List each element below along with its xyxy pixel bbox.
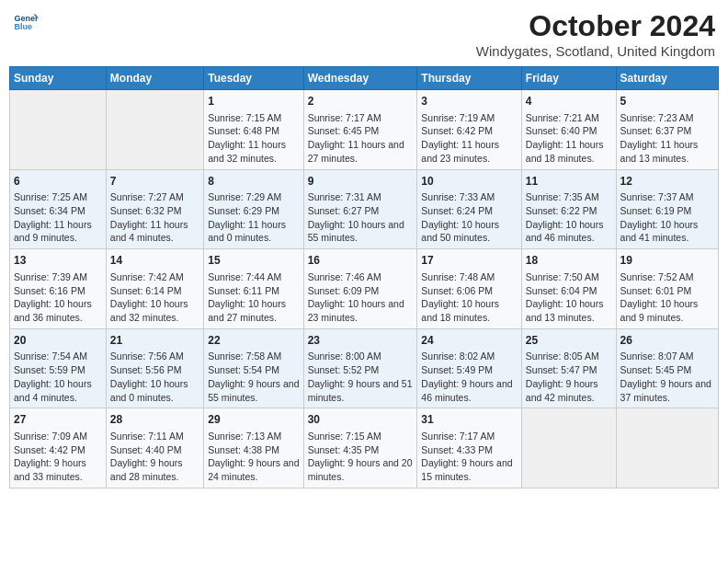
week-row-4: 20Sunrise: 7:54 AM Sunset: 5:59 PM Dayli… — [10, 328, 719, 408]
header-cell-monday: Monday — [106, 67, 203, 90]
header-cell-friday: Friday — [521, 67, 616, 90]
day-number: 7 — [110, 174, 199, 190]
calendar-cell: 23Sunrise: 8:00 AM Sunset: 5:52 PM Dayli… — [303, 328, 417, 408]
day-content: Sunrise: 7:42 AM Sunset: 6:14 PM Dayligh… — [110, 270, 199, 325]
day-content: Sunrise: 7:19 AM Sunset: 6:42 PM Dayligh… — [421, 111, 518, 166]
logo: General Blue — [13, 9, 39, 35]
day-number: 3 — [421, 94, 518, 109]
day-content: Sunrise: 7:48 AM Sunset: 6:06 PM Dayligh… — [421, 270, 518, 325]
day-content: Sunrise: 8:05 AM Sunset: 5:47 PM Dayligh… — [526, 350, 612, 404]
calendar-cell — [521, 408, 616, 488]
header-cell-tuesday: Tuesday — [204, 67, 303, 90]
calendar-cell: 2Sunrise: 7:17 AM Sunset: 6:45 PM Daylig… — [303, 90, 417, 170]
day-number: 13 — [14, 253, 102, 269]
calendar-cell: 28Sunrise: 7:11 AM Sunset: 4:40 PM Dayli… — [106, 408, 203, 488]
day-number: 26 — [620, 333, 714, 349]
day-number: 31 — [421, 412, 518, 428]
calendar-cell: 26Sunrise: 8:07 AM Sunset: 5:45 PM Dayli… — [616, 328, 718, 408]
calendar-cell: 24Sunrise: 8:02 AM Sunset: 5:49 PM Dayli… — [417, 328, 522, 408]
calendar-cell: 4Sunrise: 7:21 AM Sunset: 6:40 PM Daylig… — [521, 90, 616, 170]
calendar-body: 1Sunrise: 7:15 AM Sunset: 6:48 PM Daylig… — [10, 90, 719, 488]
day-content: Sunrise: 7:50 AM Sunset: 6:04 PM Dayligh… — [526, 270, 612, 325]
calendar-cell: 11Sunrise: 7:35 AM Sunset: 6:22 PM Dayli… — [521, 169, 616, 249]
day-content: Sunrise: 8:07 AM Sunset: 5:45 PM Dayligh… — [620, 350, 714, 404]
day-content: Sunrise: 7:39 AM Sunset: 6:16 PM Dayligh… — [14, 270, 102, 325]
day-content: Sunrise: 7:46 AM Sunset: 6:09 PM Dayligh… — [308, 270, 414, 325]
day-content: Sunrise: 7:15 AM Sunset: 6:48 PM Dayligh… — [208, 111, 299, 166]
day-number: 15 — [208, 253, 299, 269]
day-content: Sunrise: 7:52 AM Sunset: 6:01 PM Dayligh… — [620, 270, 714, 325]
calendar-cell: 13Sunrise: 7:39 AM Sunset: 6:16 PM Dayli… — [10, 249, 107, 329]
logo-icon: General Blue — [13, 9, 39, 35]
calendar-cell: 9Sunrise: 7:31 AM Sunset: 6:27 PM Daylig… — [303, 169, 417, 249]
day-number: 25 — [526, 333, 612, 349]
day-number: 1 — [208, 94, 299, 109]
calendar-cell: 21Sunrise: 7:56 AM Sunset: 5:56 PM Dayli… — [106, 328, 203, 408]
header-cell-sunday: Sunday — [10, 67, 107, 90]
day-content: Sunrise: 7:58 AM Sunset: 5:54 PM Dayligh… — [208, 350, 299, 404]
calendar-cell: 19Sunrise: 7:52 AM Sunset: 6:01 PM Dayli… — [616, 249, 718, 329]
day-number: 22 — [208, 333, 299, 349]
day-number: 2 — [308, 94, 414, 109]
calendar-cell: 16Sunrise: 7:46 AM Sunset: 6:09 PM Dayli… — [303, 249, 417, 329]
calendar-cell: 12Sunrise: 7:37 AM Sunset: 6:19 PM Dayli… — [616, 169, 718, 249]
day-content: Sunrise: 7:15 AM Sunset: 4:35 PM Dayligh… — [308, 430, 414, 484]
day-content: Sunrise: 8:00 AM Sunset: 5:52 PM Dayligh… — [308, 350, 414, 404]
day-number: 9 — [308, 174, 414, 190]
calendar-cell — [616, 408, 718, 488]
week-row-3: 13Sunrise: 7:39 AM Sunset: 6:16 PM Dayli… — [10, 249, 719, 329]
day-number: 12 — [620, 174, 714, 190]
calendar-cell: 5Sunrise: 7:23 AM Sunset: 6:37 PM Daylig… — [616, 90, 718, 170]
calendar-cell: 30Sunrise: 7:15 AM Sunset: 4:35 PM Dayli… — [303, 408, 417, 488]
calendar-cell: 18Sunrise: 7:50 AM Sunset: 6:04 PM Dayli… — [521, 249, 616, 329]
week-row-1: 1Sunrise: 7:15 AM Sunset: 6:48 PM Daylig… — [10, 90, 719, 170]
day-number: 14 — [110, 253, 199, 269]
calendar-cell: 20Sunrise: 7:54 AM Sunset: 5:59 PM Dayli… — [10, 328, 107, 408]
day-content: Sunrise: 7:35 AM Sunset: 6:22 PM Dayligh… — [526, 190, 612, 245]
day-content: Sunrise: 7:09 AM Sunset: 4:42 PM Dayligh… — [14, 430, 102, 484]
day-content: Sunrise: 7:21 AM Sunset: 6:40 PM Dayligh… — [526, 111, 612, 166]
header-cell-wednesday: Wednesday — [303, 67, 417, 90]
day-number: 18 — [526, 253, 612, 269]
calendar-table: SundayMondayTuesdayWednesdayThursdayFrid… — [9, 66, 719, 488]
calendar-cell: 27Sunrise: 7:09 AM Sunset: 4:42 PM Dayli… — [10, 408, 107, 488]
calendar-cell — [106, 90, 203, 170]
page-title: October 2024 — [476, 9, 715, 43]
calendar-cell: 22Sunrise: 7:58 AM Sunset: 5:54 PM Dayli… — [204, 328, 303, 408]
calendar-cell: 6Sunrise: 7:25 AM Sunset: 6:34 PM Daylig… — [10, 169, 107, 249]
day-number: 30 — [308, 412, 414, 428]
header-cell-saturday: Saturday — [616, 67, 718, 90]
day-number: 16 — [308, 253, 414, 269]
day-number: 5 — [620, 94, 714, 109]
calendar-cell: 8Sunrise: 7:29 AM Sunset: 6:29 PM Daylig… — [204, 169, 303, 249]
day-content: Sunrise: 7:31 AM Sunset: 6:27 PM Dayligh… — [308, 190, 414, 245]
day-number: 27 — [14, 412, 102, 428]
day-number: 24 — [421, 333, 518, 349]
day-content: Sunrise: 7:13 AM Sunset: 4:38 PM Dayligh… — [208, 430, 299, 484]
day-content: Sunrise: 8:02 AM Sunset: 5:49 PM Dayligh… — [421, 350, 518, 404]
calendar-cell: 3Sunrise: 7:19 AM Sunset: 6:42 PM Daylig… — [417, 90, 522, 170]
day-content: Sunrise: 7:29 AM Sunset: 6:29 PM Dayligh… — [208, 190, 299, 245]
calendar-cell: 7Sunrise: 7:27 AM Sunset: 6:32 PM Daylig… — [106, 169, 203, 249]
day-number: 20 — [14, 333, 102, 349]
day-content: Sunrise: 7:33 AM Sunset: 6:24 PM Dayligh… — [421, 190, 518, 245]
day-content: Sunrise: 7:17 AM Sunset: 4:33 PM Dayligh… — [421, 430, 518, 484]
day-content: Sunrise: 7:11 AM Sunset: 4:40 PM Dayligh… — [110, 430, 199, 484]
day-number: 4 — [526, 94, 612, 109]
calendar-cell: 14Sunrise: 7:42 AM Sunset: 6:14 PM Dayli… — [106, 249, 203, 329]
header-row: SundayMondayTuesdayWednesdayThursdayFrid… — [10, 67, 719, 90]
header-cell-thursday: Thursday — [417, 67, 522, 90]
calendar-cell: 31Sunrise: 7:17 AM Sunset: 4:33 PM Dayli… — [417, 408, 522, 488]
day-content: Sunrise: 7:44 AM Sunset: 6:11 PM Dayligh… — [208, 270, 299, 325]
day-number: 6 — [14, 174, 102, 190]
week-row-5: 27Sunrise: 7:09 AM Sunset: 4:42 PM Dayli… — [10, 408, 719, 488]
calendar-cell: 10Sunrise: 7:33 AM Sunset: 6:24 PM Dayli… — [417, 169, 522, 249]
day-content: Sunrise: 7:25 AM Sunset: 6:34 PM Dayligh… — [14, 190, 102, 245]
day-number: 23 — [308, 333, 414, 349]
day-number: 28 — [110, 412, 199, 428]
day-content: Sunrise: 7:54 AM Sunset: 5:59 PM Dayligh… — [14, 350, 102, 404]
title-block: October 2024 Windygates, Scotland, Unite… — [476, 9, 715, 59]
day-content: Sunrise: 7:37 AM Sunset: 6:19 PM Dayligh… — [620, 190, 714, 245]
week-row-2: 6Sunrise: 7:25 AM Sunset: 6:34 PM Daylig… — [10, 169, 719, 249]
day-number: 19 — [620, 253, 714, 269]
